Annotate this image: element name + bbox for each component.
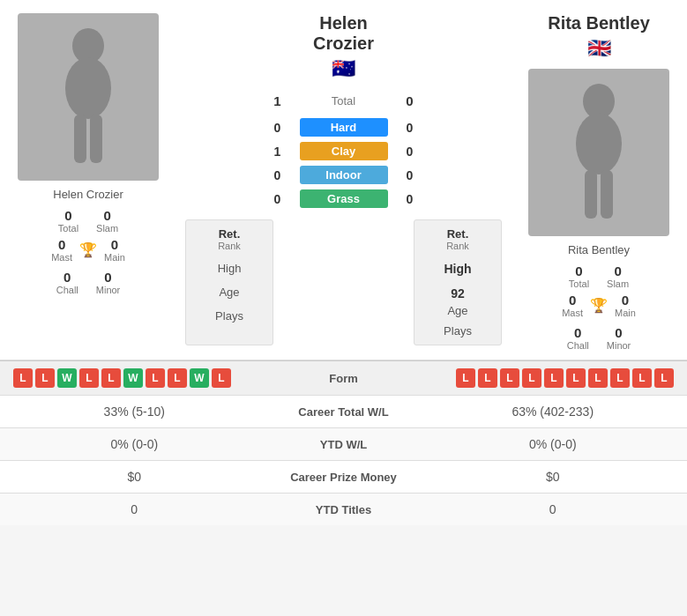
form-badge-left: W: [57, 368, 77, 388]
player-right-chall-value: 0: [574, 325, 581, 340]
player-left-chall-value: 0: [63, 270, 71, 285]
player-right-photo: [528, 69, 669, 236]
career-prize-label: Career Prize Money: [256, 471, 432, 484]
indoor-surface-row: 0 Indoor 0: [176, 166, 511, 184]
total-right-score: 0: [388, 93, 432, 108]
player-left-slam-value: 0: [103, 208, 110, 223]
form-badge-right: L: [478, 368, 497, 388]
clay-right-score: 0: [388, 145, 432, 159]
player-right-flag: 🇬🇧: [587, 37, 611, 60]
player-left-chall-label: Chall: [56, 285, 78, 295]
player-right-mast-label: Mast: [562, 308, 583, 318]
player-right-slam-stat: 0 Slam: [607, 263, 629, 289]
left-age-label: Age: [219, 286, 239, 299]
player-right-slam-label: Slam: [607, 278, 629, 289]
form-badge-left: L: [13, 368, 33, 388]
player-left-total-stat: 0 Total: [58, 208, 78, 234]
career-wl-left: 33% (5-10): [13, 404, 256, 419]
form-badge-left: L: [212, 368, 231, 388]
left-high-rank: High: [218, 262, 242, 275]
player-left-main-value: 0: [111, 237, 118, 252]
form-badge-right: L: [566, 368, 586, 388]
career-prize-row: $0 Career Prize Money $0: [0, 460, 687, 493]
grass-badge: Grass: [300, 189, 388, 208]
player-left-total-value: 0: [64, 208, 71, 223]
clay-badge: Clay: [300, 142, 388, 160]
clay-surface-row: 1 Clay 0: [176, 142, 511, 160]
player-right-total-label: Total: [569, 278, 589, 289]
player-left-name: Helen Crozier: [53, 188, 123, 201]
form-badge-left: L: [35, 368, 55, 388]
ytd-titles-left: 0: [13, 502, 256, 516]
player-left-minor-stat: 0 Minor: [96, 270, 121, 295]
player-left-minor-label: Minor: [96, 285, 121, 295]
center-panel: HelenCrozier 🇦🇺 1 Total 0 0 Hard 0 1 Cla…: [176, 13, 511, 351]
player-right-total-stat: 0 Total: [569, 263, 589, 289]
svg-rect-7: [601, 170, 613, 219]
player-left-slam-stat: 0 Slam: [96, 208, 118, 234]
form-section: LLWLLWLLWL Form LLLLLLLLLL: [0, 360, 687, 395]
player-left-mast-stat: 0 Mast: [51, 237, 72, 263]
player-left-main-stat: 0 Main: [104, 237, 125, 263]
hard-left-score: 0: [256, 121, 300, 135]
ytd-wl-left: 0% (0-0): [13, 437, 256, 451]
main-container: Helen Crozier 0 Total 0 Slam 0 Mast 🏆: [0, 0, 687, 525]
career-wl-row: 33% (5-10) Career Total W/L 63% (402-233…: [0, 395, 687, 427]
player-right-minor-value: 0: [615, 325, 622, 340]
indoor-left-score: 0: [256, 168, 300, 182]
grass-surface-row: 0 Grass 0: [176, 189, 511, 208]
total-label: Total: [300, 94, 388, 108]
form-badges-right: LLLLLLLLLL: [397, 368, 675, 388]
form-badges-left: LLWLLWLLWL: [13, 368, 291, 388]
player-left-top-stats: 0 Total 0 Slam: [58, 208, 118, 234]
right-silhouette-icon: [564, 82, 634, 223]
right-rank-label: Rank: [446, 241, 469, 251]
form-badge-left: L: [79, 368, 99, 388]
ytd-titles-label: YTD Titles: [256, 503, 432, 516]
hard-badge: Hard: [300, 118, 388, 137]
form-badge-right: L: [544, 368, 564, 388]
indoor-badge: Indoor: [300, 166, 388, 184]
hard-right-score: 0: [388, 121, 432, 135]
player-right-main-label: Main: [615, 308, 636, 318]
left-plays-label: Plays: [215, 309, 243, 323]
player-left-name-top: HelenCrozier: [313, 13, 374, 54]
svg-rect-3: [90, 115, 102, 163]
form-badge-left: W: [123, 368, 143, 388]
player-right-minor-label: Minor: [607, 340, 631, 351]
left-rank-label: Rank: [218, 241, 241, 251]
form-badge-right: L: [632, 368, 652, 388]
form-badge-left: L: [146, 368, 165, 388]
player-right-main-stat: 0 Main: [615, 293, 636, 318]
player-left-photo: [18, 13, 159, 181]
ytd-titles-row: 0 YTD Titles 0: [0, 493, 687, 525]
career-prize-left: $0: [13, 470, 256, 484]
svg-point-1: [65, 57, 111, 119]
ytd-wl-right: 0% (0-0): [432, 437, 675, 451]
player-left-mast-label: Mast: [51, 252, 72, 263]
trophy-icon-left: 🏆: [79, 241, 97, 258]
right-age-value: 92: [451, 286, 465, 301]
ytd-wl-label: YTD W/L: [256, 438, 432, 451]
player-left-main-label: Main: [104, 252, 125, 263]
player-right-bottom-stats: 0 Chall 0 Minor: [567, 325, 631, 351]
ytd-wl-row: 0% (0-0) YTD W/L 0% (0-0): [0, 427, 687, 460]
left-silhouette-icon: [53, 26, 123, 167]
player-right-total-value: 0: [575, 263, 582, 278]
player-right-slam-value: 0: [614, 263, 621, 278]
svg-rect-2: [74, 115, 86, 163]
form-label: Form: [291, 372, 397, 385]
form-badge-right: L: [456, 368, 475, 388]
career-prize-right: $0: [432, 470, 675, 484]
form-badge-right: L: [500, 368, 519, 388]
form-badge-right: L: [610, 368, 630, 388]
indoor-right-score: 0: [388, 168, 432, 182]
trophy-icon-right: 🏆: [590, 297, 608, 314]
player-left: Helen Crozier 0 Total 0 Slam 0 Mast 🏆: [0, 13, 176, 351]
players-section: Helen Crozier 0 Total 0 Slam 0 Mast 🏆: [0, 0, 687, 360]
player-left-chall-stat: 0 Chall: [56, 270, 78, 295]
hard-surface-row: 0 Hard 0: [176, 118, 511, 137]
player-left-minor-value: 0: [104, 270, 111, 285]
player-right-chall-stat: 0 Chall: [567, 325, 589, 351]
player-left-mast-value: 0: [58, 237, 65, 252]
